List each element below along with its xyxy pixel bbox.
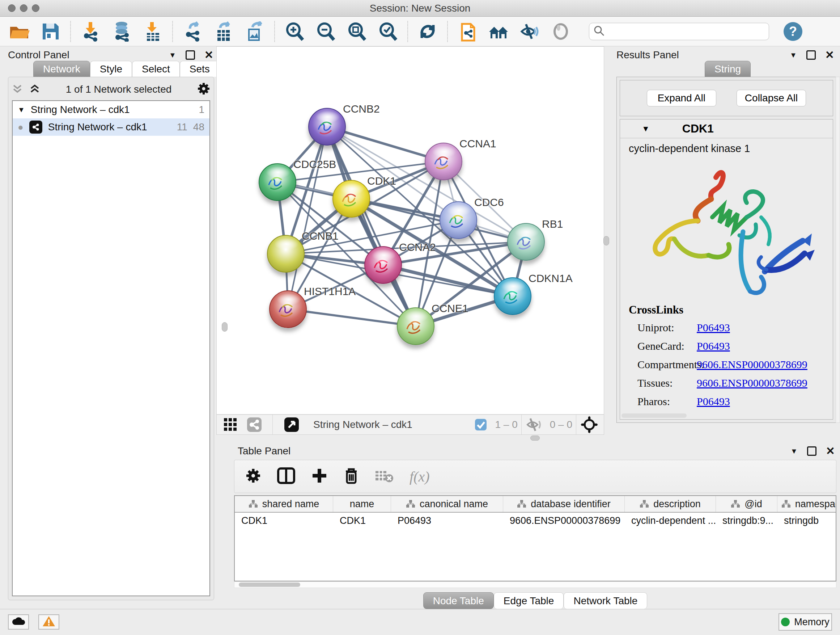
- panel-menu-icon[interactable]: ▼: [790, 447, 798, 455]
- expand-all-button[interactable]: Expand All: [647, 90, 716, 106]
- gene-panel-header[interactable]: ▼ CDK1: [620, 119, 833, 138]
- network-collection-row[interactable]: ▼ String Network – cdk1 1: [13, 101, 210, 119]
- refresh-button[interactable]: [417, 21, 438, 42]
- network-node-CCNE1[interactable]: [397, 307, 434, 345]
- table-cell[interactable]: CDK1: [333, 515, 391, 526]
- column-header-database-identifier[interactable]: database identifier: [503, 496, 625, 512]
- tab-sets[interactable]: Sets: [180, 61, 219, 77]
- selected-checkbox-icon[interactable]: [475, 418, 487, 431]
- tab-select[interactable]: Select: [132, 61, 180, 77]
- float-panel-icon[interactable]: [806, 50, 816, 60]
- network-node-CDKN1A[interactable]: [494, 277, 531, 315]
- collection-expand-icon[interactable]: ▼: [18, 106, 25, 114]
- table-cell[interactable]: cyclin-dependent ...: [625, 515, 716, 526]
- table-cell[interactable]: P06493: [391, 515, 503, 526]
- scrollbar-thumb[interactable]: [239, 583, 300, 587]
- grid-view-icon[interactable]: [223, 417, 238, 432]
- zoom-in-button[interactable]: [284, 21, 305, 42]
- column-header-name[interactable]: name: [333, 496, 391, 512]
- collapse-all-button[interactable]: Collapse All: [737, 90, 806, 106]
- gene-panel-scrollbar[interactable]: [622, 413, 687, 418]
- right-splitter-handle[interactable]: [603, 236, 609, 245]
- crosslink-link[interactable]: P06493: [697, 340, 730, 352]
- table-cell[interactable]: stringdb:9...: [716, 515, 777, 526]
- network-node-CDK1[interactable]: [332, 180, 370, 218]
- table-cell[interactable]: stringdb: [777, 515, 836, 526]
- edge-CCNB2-HIST1H1A[interactable]: [288, 127, 327, 309]
- results-panel-scrollbar[interactable]: [836, 77, 840, 423]
- crosslink-link[interactable]: P06493: [697, 321, 730, 334]
- tab-network[interactable]: Network: [33, 61, 90, 77]
- network-node-RB1[interactable]: [507, 223, 545, 261]
- close-panel-icon[interactable]: ✕: [826, 446, 835, 456]
- import-table-button[interactable]: [142, 21, 163, 42]
- panel-menu-icon[interactable]: ▼: [790, 51, 797, 59]
- table-horizontal-scrollbar[interactable]: [234, 581, 836, 588]
- network-node-HIST1H1A[interactable]: [269, 290, 307, 328]
- edge-HIST1H1A-CCNE1[interactable]: [288, 309, 416, 326]
- network-node-CCNA2[interactable]: [364, 246, 402, 284]
- network-node-CDC25B[interactable]: [259, 163, 296, 201]
- cloud-status-button[interactable]: [8, 614, 29, 630]
- birdseye-toggle-icon[interactable]: [284, 417, 300, 432]
- network-node-CDC6[interactable]: [439, 201, 477, 239]
- search-input[interactable]: [607, 26, 759, 37]
- table-settings-gear-icon[interactable]: [245, 468, 261, 485]
- crosslink-link[interactable]: 9606.ENSP00000378699: [697, 377, 807, 389]
- float-panel-icon[interactable]: [807, 447, 816, 456]
- column-header-shared-name[interactable]: shared name: [235, 496, 333, 512]
- import-network-file-button[interactable]: [80, 21, 101, 42]
- hidden-eye-slash-icon[interactable]: [526, 418, 542, 432]
- show-columns-icon[interactable]: [277, 467, 295, 486]
- close-panel-icon[interactable]: ✕: [825, 50, 834, 60]
- zoom-out-button[interactable]: [316, 21, 336, 42]
- hide-unhide-button[interactable]: [519, 21, 540, 42]
- collapse-all-networks-icon[interactable]: [12, 83, 23, 96]
- minimize-window-button[interactable]: [20, 4, 27, 12]
- tab-style[interactable]: Style: [90, 61, 132, 77]
- table-row[interactable]: CDK1CDK1P064939606.ENSP00000378699cyclin…: [235, 513, 836, 529]
- crosslink-link[interactable]: P06493: [697, 395, 730, 408]
- panel-menu-icon[interactable]: ▼: [169, 51, 176, 59]
- left-splitter-handle[interactable]: [222, 322, 227, 332]
- add-column-icon[interactable]: [311, 467, 328, 486]
- column-header-canonical-name[interactable]: canonical name: [391, 496, 503, 512]
- tab-edge-table[interactable]: Edge Table: [494, 592, 564, 609]
- float-panel-icon[interactable]: [186, 50, 195, 60]
- tab-string[interactable]: String: [705, 61, 751, 77]
- network-options-gear-icon[interactable]: [197, 82, 210, 97]
- network-row[interactable]: ● String Network – cdk1 11 48: [13, 119, 210, 136]
- zoom-fit-button[interactable]: [347, 21, 367, 42]
- warnings-button[interactable]: [38, 614, 59, 630]
- network-node-CCNA1[interactable]: [425, 143, 462, 180]
- table-cell[interactable]: 9606.ENSP00000378699: [503, 515, 625, 526]
- import-network-database-button[interactable]: [111, 21, 132, 42]
- export-image-button[interactable]: [245, 21, 265, 42]
- home-view-button[interactable]: [488, 21, 508, 42]
- close-panel-icon[interactable]: ✕: [204, 50, 213, 60]
- tab-node-table[interactable]: Node Table: [423, 592, 494, 609]
- export-network-button[interactable]: [182, 21, 202, 42]
- open-session-button[interactable]: [9, 21, 30, 42]
- zoom-selected-button[interactable]: [378, 21, 398, 42]
- fit-selected-crosshair-icon[interactable]: [581, 416, 598, 433]
- export-table-button[interactable]: [213, 21, 234, 42]
- tab-network-table[interactable]: Network Table: [564, 592, 647, 609]
- network-node-CCNB2[interactable]: [308, 108, 346, 146]
- maximize-window-button[interactable]: [32, 4, 39, 12]
- gene-expand-icon[interactable]: ▼: [642, 124, 650, 134]
- string-document-button[interactable]: [457, 21, 477, 42]
- network-node-CCNB1[interactable]: [267, 235, 305, 272]
- crosslink-link[interactable]: 9606.ENSP00000378699: [697, 358, 807, 371]
- help-button[interactable]: ?: [783, 22, 802, 41]
- close-window-button[interactable]: [8, 4, 16, 12]
- eye-button[interactable]: [551, 21, 571, 42]
- network-view-canvas[interactable]: CCNB2CCNA1CDC25BCDK1CDC6RB1CCNB1CCNA2CDK…: [216, 46, 604, 415]
- expand-all-networks-icon[interactable]: [29, 83, 40, 96]
- delete-column-trash-icon[interactable]: [344, 467, 359, 486]
- column-header-namespace[interactable]: namespace: [777, 496, 836, 512]
- save-session-button[interactable]: [41, 21, 61, 42]
- table-cell[interactable]: CDK1: [235, 515, 333, 526]
- network-overview-icon[interactable]: [246, 417, 262, 432]
- column-header--id[interactable]: @id: [716, 496, 777, 512]
